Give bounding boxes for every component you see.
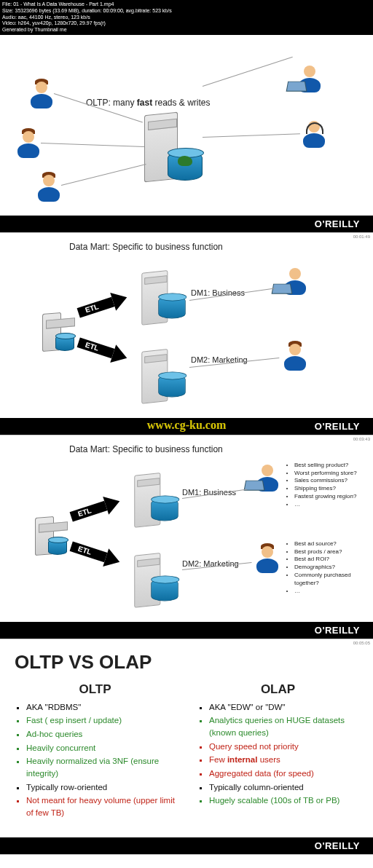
- list-item: Analytics queries on HUGE datasets (know…: [209, 714, 358, 738]
- database-icon: [151, 498, 178, 521]
- list-item: Worst performing store?: [294, 470, 367, 478]
- brand-bar: O'REILLY: [0, 622, 373, 639]
- headset-user-icon: [302, 121, 326, 150]
- list-item: Fastest growing region?: [294, 493, 367, 501]
- oltp-caption: OLTP: many fast reads & writes: [86, 98, 211, 108]
- list-item: Best ad ROI?: [294, 556, 367, 564]
- brand-text: O'REILLY: [315, 218, 360, 229]
- column-heading: OLAP: [197, 682, 358, 697]
- list-item: Best selling product?: [294, 462, 367, 470]
- user-icon: [255, 543, 280, 572]
- list-item: AKA "EDW" or "DW": [209, 701, 358, 714]
- connection-line: [203, 133, 300, 138]
- list-item: Typically column-oriented: [209, 781, 358, 794]
- slide-data-mart-2: Data Mart: Specific to business function…: [0, 435, 373, 639]
- dm2-label: DM2: Marketing: [191, 355, 248, 364]
- column-heading: OLTP: [15, 682, 176, 697]
- connection-line: [61, 164, 146, 186]
- text-bold: fast: [137, 98, 152, 108]
- list-item: Query speed not priority: [209, 741, 358, 753]
- meta-line: Size: 35323696 bytes (33.69 MiB), durati…: [2, 8, 371, 15]
- etl-arrow: ETL: [68, 537, 123, 571]
- brand-text: O'REILLY: [315, 625, 360, 636]
- olap-column: OLAP AKA "EDW" or "DW"Analytics queries …: [197, 682, 358, 821]
- meta-line: Video: h264, yuv420p, 1280x720, 29.97 fp…: [2, 20, 371, 27]
- list-item: Aggregated data (for speed): [209, 768, 358, 780]
- meta-line: Generated by Thumbnail me: [2, 27, 371, 33]
- brand-bar: O'REILLY: [0, 216, 373, 232]
- list-item: Heavily concurrent: [26, 742, 176, 754]
- list-item: …: [294, 588, 367, 596]
- database-icon: [158, 374, 185, 397]
- slide-title: Data Mart: Specific to business function: [69, 242, 223, 252]
- user-icon: [36, 172, 61, 201]
- etl-arrow: ETL: [76, 334, 130, 367]
- list-item: AKA "RDBMS": [26, 701, 176, 714]
- text: reads & writes: [152, 98, 210, 108]
- brand-text: O'REILLY: [315, 421, 360, 432]
- brand-bar: O'REILLY: [0, 418, 373, 435]
- list-item: Sales commissions?: [294, 477, 367, 485]
- list-item: Few internal users: [209, 754, 358, 766]
- etl-arrow: ETL: [68, 492, 123, 526]
- business-questions: Best selling product?Worst performing st…: [287, 462, 367, 509]
- brand-bar: O'REILLY: [0, 837, 373, 854]
- slide-heading: OLTP VS OLAP: [15, 651, 358, 674]
- list-item: Not meant for heavy volume (upper limit …: [26, 794, 176, 818]
- etl-arrow: ETL: [76, 288, 130, 322]
- database-icon: [48, 539, 67, 555]
- laptop-icon: [286, 81, 307, 91]
- meta-line: File: 01 - What Is A Data Warehouse - Pa…: [2, 1, 371, 8]
- list-item: Typically row-oriented: [26, 781, 176, 794]
- user-icon: [16, 128, 41, 157]
- oltp-column: OLTP AKA "RDBMS"Fast ( esp insert / upda…: [15, 682, 176, 821]
- slide-oltp-vs-olap: OLTP VS OLAP OLTP AKA "RDBMS"Fast ( esp …: [0, 639, 373, 855]
- meta-line: Audio: aac, 44100 Hz, stereo, 123 kb/s: [2, 15, 371, 21]
- turtle-icon: [178, 156, 192, 166]
- video-metadata: File: 01 - What Is A Data Warehouse - Pa…: [0, 0, 373, 35]
- list-item: Commonly purchased together?: [294, 572, 367, 588]
- slide-oltp-overview: OLTP: many fast reads & writes O'REILLY …: [0, 35, 373, 233]
- database-icon: [158, 296, 185, 318]
- list-item: Ad-hoc queries: [26, 728, 176, 741]
- brand-text: O'REILLY: [315, 840, 360, 851]
- connection-line: [203, 57, 293, 87]
- connection-line: [41, 143, 144, 147]
- list-item: Best prods / area?: [294, 548, 367, 556]
- slide-title: Data Mart: Specific to business function: [69, 444, 223, 454]
- list-item: Fast ( esp insert / update): [26, 714, 176, 727]
- list-item: Demographics?: [294, 564, 367, 572]
- list-item: Hugely scalable (100s of TB or PB): [209, 794, 358, 807]
- user-icon: [29, 79, 54, 108]
- marketing-questions: Best ad source?Best prods / area?Best ad…: [287, 540, 367, 596]
- database-icon: [55, 335, 74, 351]
- list-item: Heavily normalized via 3NF (ensure integ…: [26, 755, 176, 779]
- list-item: Best ad source?: [294, 540, 367, 548]
- slide-data-mart-1: Data Mart: Specific to business function…: [0, 233, 373, 435]
- user-icon: [283, 341, 307, 370]
- list-item: Shipping times?: [294, 485, 367, 493]
- list-item: …: [294, 501, 367, 509]
- database-icon: [151, 578, 178, 601]
